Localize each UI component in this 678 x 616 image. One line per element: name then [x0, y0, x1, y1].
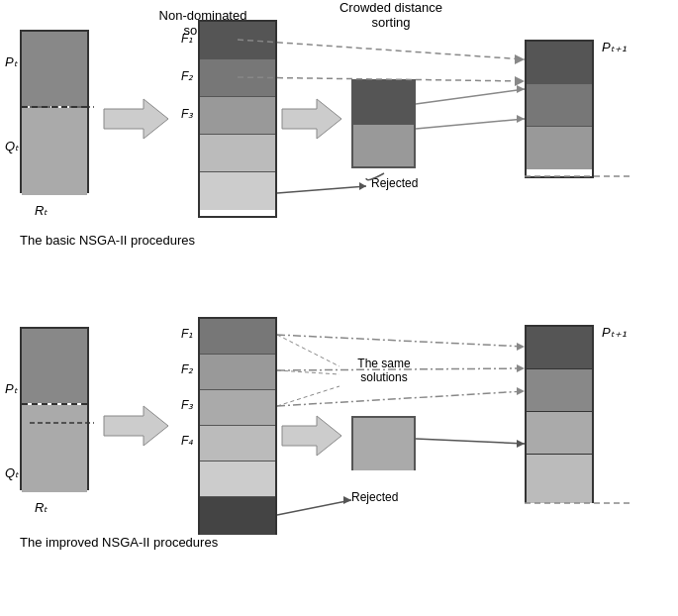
svg-marker-9	[517, 115, 525, 123]
final-block-top	[525, 40, 594, 178]
label-f1-top: F₁	[181, 32, 193, 46]
final-block-bottom	[525, 325, 594, 503]
svg-marker-15	[282, 416, 341, 456]
svg-line-8	[416, 119, 525, 129]
label-pt1-bottom: Pₜ₊₁	[602, 325, 627, 340]
svg-line-24	[277, 335, 339, 366]
svg-line-6	[416, 89, 525, 104]
top-diagram: Non-dominated sorting Crowded distance s…	[0, 0, 678, 287]
label-crowded-distance: Crowded distance sorting	[327, 0, 455, 30]
svg-line-25	[277, 370, 339, 374]
label-f4-bottom: F₄	[181, 434, 193, 448]
rank-F3-top	[200, 97, 275, 135]
svg-marker-28	[343, 496, 351, 504]
qt-section-bottom	[22, 405, 87, 492]
svg-marker-19	[517, 364, 525, 372]
select-main-bottom	[353, 418, 414, 470]
rank-F5-top	[200, 172, 275, 210]
caption-top: The basic NSGA-II procedures	[20, 233, 195, 248]
rank-F5-bottom	[200, 462, 275, 497]
final-row1-top	[527, 42, 592, 84]
final-row4-bottom	[527, 455, 592, 503]
svg-line-22	[416, 439, 525, 444]
rank-F6-bottom	[200, 497, 275, 535]
svg-marker-7	[517, 85, 525, 93]
svg-marker-0	[104, 99, 168, 139]
final-row2-bottom	[527, 369, 592, 412]
rank-F3-bottom	[200, 390, 275, 426]
label-f1-bottom: F₁	[181, 327, 193, 341]
label-qt-bottom: Qₜ	[5, 465, 19, 480]
caption-bottom: The improved NSGA-II procedures	[20, 535, 218, 550]
the-same-label: The same solutions	[339, 357, 429, 384]
svg-marker-1	[282, 99, 341, 139]
rank-F1-top	[200, 22, 275, 59]
final-row3-bottom	[527, 412, 592, 455]
svg-line-27	[277, 500, 351, 515]
label-pt1-top: Pₜ₊₁	[602, 40, 627, 54]
svg-marker-14	[104, 406, 168, 446]
rejected-label-top: Rejected	[371, 176, 418, 190]
label-rt-top: Rₜ	[35, 203, 48, 218]
rank-F1-bottom	[200, 319, 275, 355]
svg-marker-17	[517, 343, 525, 351]
label-qt-top: Qₜ	[5, 139, 19, 154]
select-lower-top	[353, 124, 414, 166]
left-input-block-top	[20, 30, 89, 193]
pt-section-top	[22, 32, 87, 106]
label-f2-top: F₂	[181, 69, 193, 83]
svg-line-16	[277, 335, 525, 347]
rank-F2-bottom	[200, 355, 275, 390]
left-input-block-bottom	[20, 327, 89, 490]
label-f2-bottom: F₂	[181, 362, 193, 376]
label-f3-bottom: F₃	[181, 398, 193, 412]
label-pt-top: Pₜ	[5, 54, 18, 69]
final-row3-top	[527, 127, 592, 169]
select-upper-top	[353, 81, 414, 124]
label-f3-top: F₃	[181, 107, 193, 121]
svg-line-2	[238, 40, 525, 59]
rank-F4-top	[200, 135, 275, 172]
middle-ranked-block-top	[198, 20, 277, 218]
pt-section-bottom	[22, 329, 87, 403]
rank-F4-bottom	[200, 426, 275, 462]
svg-marker-5	[515, 76, 525, 86]
final-row1-bottom	[527, 327, 592, 369]
final-row2-top	[527, 84, 592, 127]
label-rt-bottom: Rₜ	[35, 500, 48, 515]
diagram-container: Non-dominated sorting Crowded distance s…	[0, 0, 678, 616]
svg-line-26	[277, 386, 339, 406]
svg-marker-21	[517, 387, 525, 395]
right-select-block-top	[351, 79, 416, 168]
rank-F2-top	[200, 59, 275, 97]
label-pt-bottom: Pₜ	[5, 381, 18, 396]
qt-section-top	[22, 108, 87, 195]
svg-marker-23	[517, 440, 525, 448]
right-select-block-bottom	[351, 416, 416, 470]
middle-ranked-block-bottom	[198, 317, 277, 535]
rejected-label-bottom: Rejected	[351, 490, 398, 504]
svg-marker-13	[359, 182, 366, 190]
svg-line-12	[277, 186, 366, 193]
svg-marker-3	[515, 54, 525, 64]
bottom-diagram: Pₜ Qₜ Rₜ F₁ F₂ F₃ F₄ Pₜ₊₁	[0, 297, 678, 584]
svg-line-20	[277, 391, 525, 406]
